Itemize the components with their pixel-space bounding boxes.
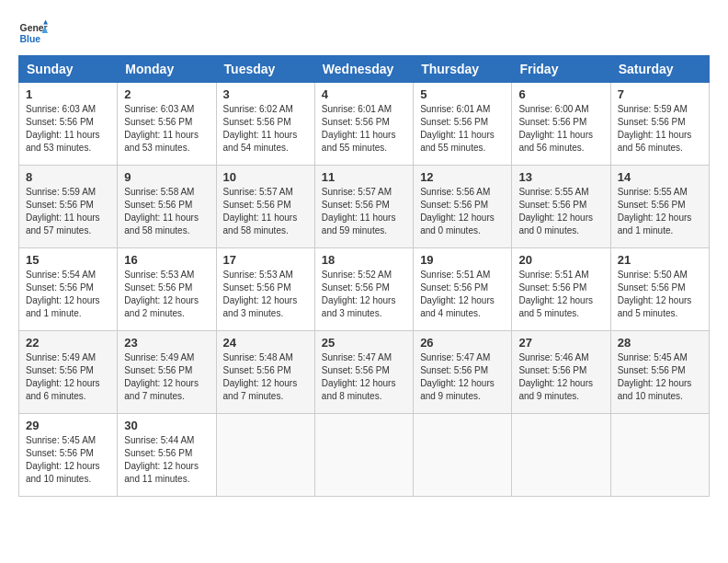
day-info: Sunrise: 5:59 AMSunset: 5:56 PMDaylight:… bbox=[26, 186, 110, 237]
day-number: 22 bbox=[26, 336, 110, 350]
day-number: 15 bbox=[26, 253, 110, 267]
day-info: Sunrise: 5:56 AMSunset: 5:56 PMDaylight:… bbox=[420, 186, 505, 237]
day-info: Sunrise: 5:51 AMSunset: 5:56 PMDaylight:… bbox=[420, 269, 505, 320]
calendar-week-0: 1Sunrise: 6:03 AMSunset: 5:56 PMDaylight… bbox=[19, 83, 710, 166]
weekday-header-saturday: Saturday bbox=[610, 56, 709, 83]
calendar-cell: 25Sunrise: 5:47 AMSunset: 5:56 PMDayligh… bbox=[314, 331, 413, 414]
svg-marker-2 bbox=[43, 20, 48, 25]
day-info: Sunrise: 5:50 AMSunset: 5:56 PMDaylight:… bbox=[618, 269, 702, 320]
calendar-cell bbox=[512, 414, 610, 497]
day-number: 30 bbox=[124, 419, 209, 432]
calendar-cell: 13Sunrise: 5:55 AMSunset: 5:56 PMDayligh… bbox=[512, 166, 610, 248]
calendar-cell: 29Sunrise: 5:45 AMSunset: 5:56 PMDayligh… bbox=[19, 414, 118, 497]
calendar-cell: 21Sunrise: 5:50 AMSunset: 5:56 PMDayligh… bbox=[610, 248, 709, 331]
day-number: 2 bbox=[124, 87, 209, 101]
calendar-cell: 22Sunrise: 5:49 AMSunset: 5:56 PMDayligh… bbox=[19, 331, 118, 414]
day-number: 3 bbox=[223, 87, 308, 101]
calendar-cell: 2Sunrise: 6:03 AMSunset: 5:56 PMDaylight… bbox=[118, 83, 216, 166]
day-info: Sunrise: 5:52 AMSunset: 5:56 PMDaylight:… bbox=[322, 269, 406, 320]
day-number: 10 bbox=[223, 170, 308, 184]
day-info: Sunrise: 5:59 AMSunset: 5:56 PMDaylight:… bbox=[618, 103, 702, 155]
day-number: 26 bbox=[420, 336, 505, 350]
calendar-cell: 12Sunrise: 5:56 AMSunset: 5:56 PMDayligh… bbox=[414, 166, 512, 248]
calendar-cell: 1Sunrise: 6:03 AMSunset: 5:56 PMDaylight… bbox=[19, 83, 118, 166]
day-info: Sunrise: 5:48 AMSunset: 5:56 PMDaylight:… bbox=[223, 351, 308, 403]
calendar-cell: 26Sunrise: 5:47 AMSunset: 5:56 PMDayligh… bbox=[414, 331, 512, 414]
calendar-cell: 3Sunrise: 6:02 AMSunset: 5:56 PMDaylight… bbox=[216, 83, 314, 166]
day-info: Sunrise: 5:54 AMSunset: 5:56 PMDaylight:… bbox=[26, 269, 110, 320]
day-number: 4 bbox=[322, 87, 406, 101]
calendar-cell: 10Sunrise: 5:57 AMSunset: 5:56 PMDayligh… bbox=[216, 166, 314, 248]
calendar-cell: 20Sunrise: 5:51 AMSunset: 5:56 PMDayligh… bbox=[512, 248, 610, 331]
weekday-header-sunday: Sunday bbox=[19, 56, 118, 83]
day-info: Sunrise: 5:51 AMSunset: 5:56 PMDaylight:… bbox=[518, 269, 603, 320]
calendar-cell: 8Sunrise: 5:59 AMSunset: 5:56 PMDaylight… bbox=[19, 166, 118, 248]
day-info: Sunrise: 5:57 AMSunset: 5:56 PMDaylight:… bbox=[223, 186, 308, 237]
calendar-cell bbox=[414, 414, 512, 497]
logo-icon: General Blue bbox=[18, 18, 48, 48]
day-number: 12 bbox=[420, 170, 505, 184]
day-number: 16 bbox=[124, 253, 209, 267]
calendar-cell: 17Sunrise: 5:53 AMSunset: 5:56 PMDayligh… bbox=[216, 248, 314, 331]
calendar-cell: 7Sunrise: 5:59 AMSunset: 5:56 PMDaylight… bbox=[610, 83, 709, 166]
header: General Blue bbox=[18, 18, 710, 48]
calendar-week-2: 15Sunrise: 5:54 AMSunset: 5:56 PMDayligh… bbox=[19, 248, 710, 331]
calendar-cell: 15Sunrise: 5:54 AMSunset: 5:56 PMDayligh… bbox=[19, 248, 118, 331]
weekday-header-wednesday: Wednesday bbox=[314, 56, 413, 83]
calendar-cell: 9Sunrise: 5:58 AMSunset: 5:56 PMDaylight… bbox=[118, 166, 216, 248]
day-number: 24 bbox=[223, 336, 308, 350]
day-info: Sunrise: 5:49 AMSunset: 5:56 PMDaylight:… bbox=[124, 351, 209, 403]
calendar-cell: 23Sunrise: 5:49 AMSunset: 5:56 PMDayligh… bbox=[118, 331, 216, 414]
day-number: 25 bbox=[322, 336, 406, 350]
weekday-header-monday: Monday bbox=[118, 56, 216, 83]
calendar-cell: 19Sunrise: 5:51 AMSunset: 5:56 PMDayligh… bbox=[414, 248, 512, 331]
day-number: 7 bbox=[618, 87, 702, 101]
calendar-week-3: 22Sunrise: 5:49 AMSunset: 5:56 PMDayligh… bbox=[19, 331, 710, 414]
day-info: Sunrise: 6:03 AMSunset: 5:56 PMDaylight:… bbox=[26, 103, 110, 155]
logo: General Blue bbox=[18, 18, 48, 48]
calendar-cell bbox=[314, 414, 413, 497]
day-number: 6 bbox=[518, 87, 603, 101]
day-info: Sunrise: 6:01 AMSunset: 5:56 PMDaylight:… bbox=[322, 103, 406, 155]
weekday-header-row: SundayMondayTuesdayWednesdayThursdayFrid… bbox=[19, 56, 710, 83]
day-info: Sunrise: 5:49 AMSunset: 5:56 PMDaylight:… bbox=[26, 351, 110, 403]
calendar-cell: 18Sunrise: 5:52 AMSunset: 5:56 PMDayligh… bbox=[314, 248, 413, 331]
day-info: Sunrise: 5:47 AMSunset: 5:56 PMDaylight:… bbox=[420, 351, 505, 403]
day-info: Sunrise: 6:01 AMSunset: 5:56 PMDaylight:… bbox=[420, 103, 505, 155]
day-info: Sunrise: 5:53 AMSunset: 5:56 PMDaylight:… bbox=[124, 269, 209, 320]
calendar-cell: 28Sunrise: 5:45 AMSunset: 5:56 PMDayligh… bbox=[610, 331, 709, 414]
weekday-header-thursday: Thursday bbox=[414, 56, 512, 83]
day-number: 1 bbox=[26, 87, 110, 101]
day-info: Sunrise: 5:57 AMSunset: 5:56 PMDaylight:… bbox=[322, 186, 406, 237]
calendar-cell: 27Sunrise: 5:46 AMSunset: 5:56 PMDayligh… bbox=[512, 331, 610, 414]
day-number: 18 bbox=[322, 253, 406, 267]
weekday-header-tuesday: Tuesday bbox=[216, 56, 314, 83]
day-number: 29 bbox=[26, 419, 110, 432]
calendar-table: SundayMondayTuesdayWednesdayThursdayFrid… bbox=[18, 55, 710, 497]
calendar-cell: 4Sunrise: 6:01 AMSunset: 5:56 PMDaylight… bbox=[314, 83, 413, 166]
day-number: 5 bbox=[420, 87, 505, 101]
day-info: Sunrise: 5:44 AMSunset: 5:56 PMDaylight:… bbox=[124, 434, 209, 486]
day-info: Sunrise: 6:00 AMSunset: 5:56 PMDaylight:… bbox=[518, 103, 603, 155]
day-number: 14 bbox=[618, 170, 702, 184]
day-info: Sunrise: 5:46 AMSunset: 5:56 PMDaylight:… bbox=[518, 351, 603, 403]
calendar-cell: 11Sunrise: 5:57 AMSunset: 5:56 PMDayligh… bbox=[314, 166, 413, 248]
day-number: 21 bbox=[618, 253, 702, 267]
calendar-cell bbox=[610, 414, 709, 497]
svg-text:Blue: Blue bbox=[20, 34, 41, 44]
day-info: Sunrise: 5:58 AMSunset: 5:56 PMDaylight:… bbox=[124, 186, 209, 237]
day-info: Sunrise: 6:02 AMSunset: 5:56 PMDaylight:… bbox=[223, 103, 308, 155]
day-info: Sunrise: 5:53 AMSunset: 5:56 PMDaylight:… bbox=[223, 269, 308, 320]
calendar-cell: 30Sunrise: 5:44 AMSunset: 5:56 PMDayligh… bbox=[118, 414, 216, 497]
day-number: 19 bbox=[420, 253, 505, 267]
day-number: 8 bbox=[26, 170, 110, 184]
day-info: Sunrise: 5:45 AMSunset: 5:56 PMDaylight:… bbox=[618, 351, 702, 403]
day-number: 11 bbox=[322, 170, 406, 184]
day-number: 28 bbox=[618, 336, 702, 350]
day-info: Sunrise: 5:55 AMSunset: 5:56 PMDaylight:… bbox=[618, 186, 702, 237]
calendar-week-4: 29Sunrise: 5:45 AMSunset: 5:56 PMDayligh… bbox=[19, 414, 710, 497]
weekday-header-friday: Friday bbox=[512, 56, 610, 83]
day-number: 23 bbox=[124, 336, 209, 350]
calendar-cell bbox=[216, 414, 314, 497]
calendar-week-1: 8Sunrise: 5:59 AMSunset: 5:56 PMDaylight… bbox=[19, 166, 710, 248]
